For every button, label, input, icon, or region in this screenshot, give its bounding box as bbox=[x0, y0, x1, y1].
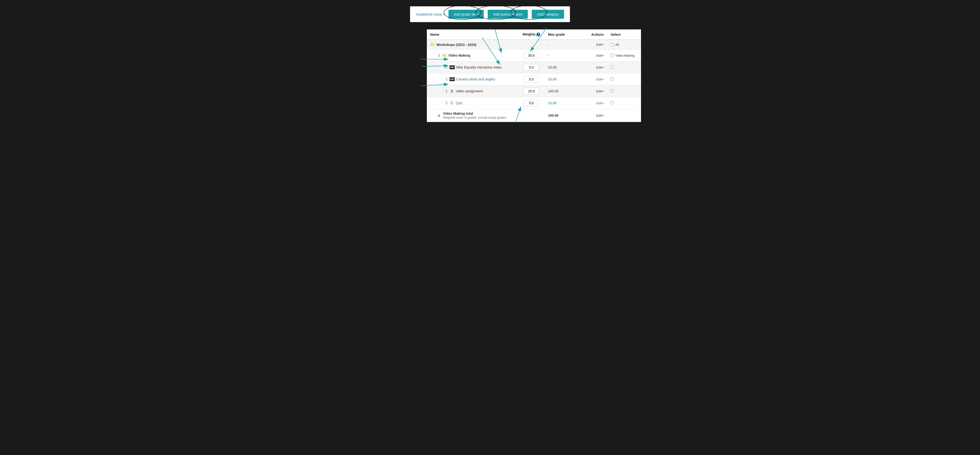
sigma-icon: x̄ bbox=[438, 113, 440, 118]
weight-input[interactable] bbox=[523, 52, 539, 59]
folder-icon: 📁 bbox=[430, 42, 435, 47]
edit-button[interactable]: Edit bbox=[596, 66, 603, 69]
edit-button[interactable]: Edit bbox=[596, 89, 603, 93]
drag-handle-icon[interactable]: ⇕ bbox=[445, 77, 448, 82]
select-column-header: Select bbox=[607, 29, 641, 40]
edit-button[interactable]: Edit bbox=[596, 43, 603, 46]
weight-input[interactable] bbox=[523, 76, 539, 82]
weight-input[interactable] bbox=[523, 64, 539, 71]
total-name: Video Making total bbox=[443, 111, 473, 116]
edit-button[interactable]: Edit bbox=[596, 54, 603, 57]
add-grade-item-button[interactable]: Add grade item bbox=[449, 10, 484, 19]
folder-icon: 📁 bbox=[442, 53, 447, 58]
select-row-checkbox[interactable] bbox=[611, 101, 614, 104]
gradebook-table: Name Weights? Max grade Actions Select bbox=[427, 29, 641, 122]
weights-column-header: Weights? bbox=[518, 29, 545, 40]
item-name: Nike Equality interactive video bbox=[456, 65, 502, 69]
select-videomaking-checkbox[interactable] bbox=[611, 54, 614, 57]
add-outcome-item-button[interactable]: Add outcome item bbox=[488, 10, 528, 19]
max-grade-value: 10.00 bbox=[548, 65, 557, 69]
max-grade-value: 15.00 bbox=[548, 101, 557, 105]
max-grade-value: 100.00 bbox=[548, 89, 558, 93]
add-category-button[interactable]: Add category bbox=[532, 10, 564, 19]
quiz-icon: ☑ bbox=[449, 101, 454, 105]
table-row: 📁 Workshops (2023 - 2024) - Edit bbox=[427, 40, 641, 49]
gradebook-setup-button[interactable]: Gradebook setup bbox=[416, 13, 444, 16]
drag-handle-icon[interactable]: ⇕ bbox=[445, 101, 448, 106]
h5p-icon: H5P bbox=[449, 65, 455, 69]
item-name: Video Making bbox=[449, 54, 471, 57]
weights-help-icon[interactable]: ? bbox=[536, 33, 540, 36]
select-label: Video Making bbox=[616, 54, 635, 57]
select-row-checkbox[interactable] bbox=[611, 77, 614, 81]
maxgrade-column-header: Max grade bbox=[545, 29, 583, 40]
weight-input[interactable] bbox=[523, 100, 539, 106]
table-row: ⇕ 🖹 Video assignment 100.00 Edit bbox=[427, 85, 641, 97]
max-grade-value: - bbox=[548, 54, 549, 57]
select-all-checkbox[interactable] bbox=[611, 43, 614, 46]
drag-handle-icon[interactable]: ⇕ bbox=[438, 53, 441, 58]
item-name-link[interactable]: Quiz bbox=[456, 101, 463, 105]
drag-handle-icon[interactable]: ⇕ bbox=[445, 65, 448, 70]
select-row-checkbox[interactable] bbox=[611, 65, 614, 68]
select-row-checkbox[interactable] bbox=[611, 89, 614, 92]
edit-button[interactable]: Edit bbox=[596, 114, 603, 117]
drag-handle-icon[interactable]: ⇕ bbox=[445, 89, 448, 94]
max-grade-value: 10.00 bbox=[548, 77, 557, 81]
table-row: ⇕ ☑ Quiz 15.00 Edit bbox=[427, 97, 641, 109]
total-row: x̄ Video Making total Weighted mean of g… bbox=[427, 109, 641, 122]
table-row: ⇕ 📁 Video Making - Edit bbox=[427, 49, 641, 62]
h5p-icon: H5P bbox=[449, 77, 455, 81]
edit-button[interactable]: Edit bbox=[596, 101, 603, 105]
total-subtitle: Weighted mean of grades. Include empty g… bbox=[443, 116, 507, 119]
edit-button[interactable]: Edit bbox=[596, 78, 603, 81]
weight-input[interactable] bbox=[523, 88, 539, 95]
table-row: ⇕ H5P Nike Equality interactive video 10… bbox=[427, 62, 641, 73]
name-column-header: Name bbox=[427, 29, 518, 40]
item-name: Video assignment bbox=[456, 89, 483, 93]
table-row: ⇕ H5P Camera shots and angles 10.00 Edit bbox=[427, 73, 641, 85]
item-name: Workshops (2023 - 2024) bbox=[437, 43, 476, 47]
select-label: All bbox=[616, 43, 619, 46]
assignment-icon: 🖹 bbox=[449, 89, 454, 94]
max-grade-value: - bbox=[548, 43, 549, 47]
item-name-link[interactable]: Camera shots and angles bbox=[456, 77, 495, 81]
actions-column-header: Actions bbox=[583, 29, 607, 40]
total-max-grade: 100.00 bbox=[548, 114, 558, 117]
